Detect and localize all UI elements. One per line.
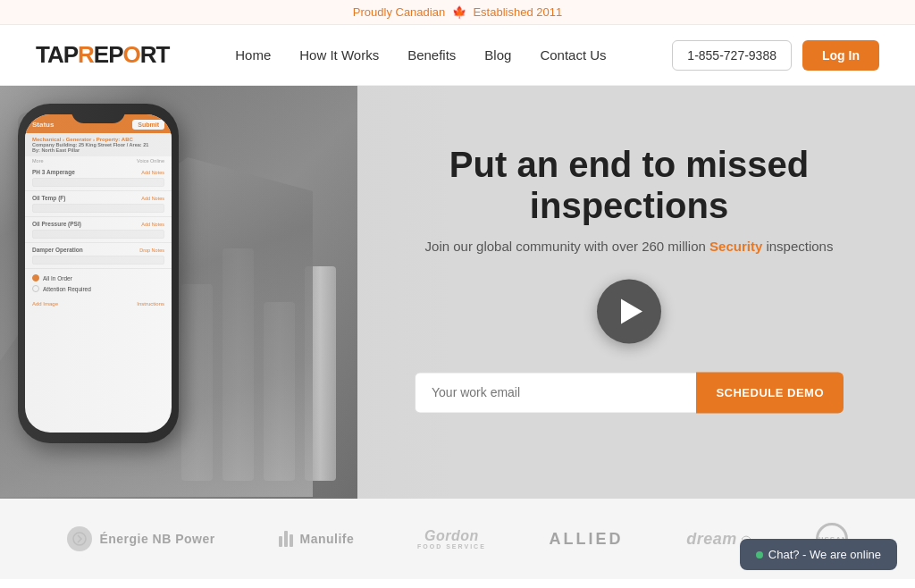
chat-widget[interactable]: Chat? - We are online <box>740 539 897 570</box>
nav-contact-us[interactable]: Contact Us <box>540 47 606 63</box>
logo: TAPREPORT <box>36 41 169 69</box>
all-in-order-option[interactable]: All In Order <box>32 274 164 281</box>
all-in-order-label: All In Order <box>43 275 72 281</box>
manulife-logo: Manulife <box>279 531 355 547</box>
nav-home[interactable]: Home <box>235 47 271 63</box>
login-button[interactable]: Log In <box>802 40 879 71</box>
established-text: Established 2011 <box>473 5 562 19</box>
gordon-food-logo: Gordon FOOD SERVICE <box>417 529 486 550</box>
field-label-3: Oil Pressure (PSI) <box>32 221 81 227</box>
phone-controls: More Voice Online <box>25 156 172 165</box>
hero-subtitle: Join our global community with over 260 … <box>397 239 861 254</box>
field-label-4: Damper Operation <box>32 247 83 253</box>
add-notes-4[interactable]: Drop Notes <box>139 248 164 253</box>
logo-tap: TAP <box>36 41 78 68</box>
phone-status-bar: Mechanical › Generator › Property: ABC C… <box>25 133 172 156</box>
nav-benefits[interactable]: Benefits <box>407 47 456 63</box>
field-label-2: Oil Temp (F) <box>32 195 65 201</box>
allied-label: ALLIED <box>550 530 624 549</box>
allied-logo: ALLIED <box>550 530 624 549</box>
email-form: SCHEDULE DEMO <box>415 372 844 413</box>
logo-e: EP <box>94 41 123 68</box>
maple-leaf-icon: 🍁 <box>452 5 470 19</box>
phone-button[interactable]: 1-855-727-9388 <box>672 40 792 71</box>
logo-o: O <box>123 41 140 68</box>
phone-notch <box>71 104 125 123</box>
phone-more: More <box>32 158 44 164</box>
phone-submit-button[interactable]: Submit <box>132 120 164 130</box>
schedule-demo-button[interactable]: SCHEDULE DEMO <box>696 372 844 413</box>
energie-nb-power-logo: Énergie NB Power <box>67 526 214 551</box>
chat-online-dot <box>756 551 763 559</box>
site-header: TAPREPORT Home How It Works Benefits Blo… <box>0 25 915 86</box>
attention-required-option[interactable]: Attention Required <box>32 285 164 292</box>
nav-how-it-works[interactable]: How It Works <box>299 47 379 63</box>
add-notes-1[interactable]: Add Notes <box>141 170 164 175</box>
email-input[interactable] <box>415 372 696 413</box>
attention-required-label: Attention Required <box>43 286 91 292</box>
security-highlight: Security <box>709 239 762 254</box>
phone-voice: Voice Online <box>137 158 164 164</box>
dream-label: dream <box>686 530 737 549</box>
hero-section: Status Submit Mechanical › Generator › P… <box>0 86 915 499</box>
instructions-link[interactable]: Instructions <box>137 301 164 307</box>
chat-label: Chat? - We are online <box>768 548 881 561</box>
add-notes-3[interactable]: Add Notes <box>141 222 164 227</box>
proudly-canadian-text: Proudly Canadian <box>353 5 445 19</box>
phone-field-4: Damper Operation Drop Notes <box>25 243 172 269</box>
play-button[interactable] <box>597 279 661 343</box>
hero-content: Put an end to missed inspections Join ou… <box>397 144 861 413</box>
manulife-label: Manulife <box>300 532 355 546</box>
main-nav: Home How It Works Benefits Blog Contact … <box>235 47 606 63</box>
energie-label: Énergie NB Power <box>99 532 214 546</box>
phone-field-1: PH 3 Amperage Add Notes <box>25 165 172 191</box>
phone-status-options: All In Order Attention Required <box>25 269 172 298</box>
phone-bottom-bar: Add Image Instructions <box>25 298 172 310</box>
phone-field-3: Oil Pressure (PSI) Add Notes <box>25 217 172 243</box>
phone-status-label: Status <box>32 121 54 129</box>
hero-title: Put an end to missed inspections <box>397 144 861 226</box>
header-actions: 1-855-727-9388 Log In <box>672 40 879 71</box>
phone-field-2: Oil Temp (F) Add Notes <box>25 191 172 217</box>
energie-icon <box>67 526 92 551</box>
svg-point-0 <box>73 533 86 545</box>
add-image-link[interactable]: Add Image <box>32 301 58 307</box>
logo-re: R <box>78 41 94 68</box>
logo-rt: RT <box>140 41 170 68</box>
nav-blog[interactable]: Blog <box>484 47 511 63</box>
phone-mockup: Status Submit Mechanical › Generator › P… <box>18 104 206 479</box>
manulife-bars-icon <box>279 531 293 547</box>
subtitle-start: Join our global community with over 260 … <box>425 239 706 254</box>
top-bar: Proudly Canadian 🍁 Established 2011 <box>0 0 915 25</box>
phone-breadcrumb-location: By: North East Pillar <box>32 147 164 153</box>
play-triangle-icon <box>621 298 642 323</box>
field-label-1: PH 3 Amperage <box>32 169 75 175</box>
gordon-icon: Gordon FOOD SERVICE <box>417 529 486 550</box>
add-notes-2[interactable]: Add Notes <box>141 196 164 201</box>
phone-screen: Status Submit Mechanical › Generator › P… <box>25 114 172 433</box>
